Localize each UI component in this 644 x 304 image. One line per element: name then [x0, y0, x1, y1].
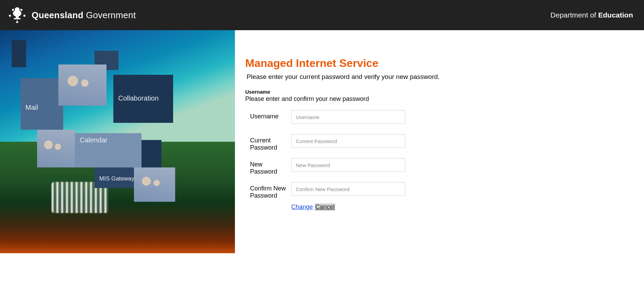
new-password-input[interactable] [291, 158, 405, 172]
cancel-button[interactable]: Cancel [315, 203, 335, 211]
label-username: Username [245, 110, 291, 120]
label-current-password: Current Password [245, 134, 291, 151]
brand-light: Government [86, 10, 136, 20]
change-button[interactable]: Change [291, 203, 313, 211]
tile-calendar-label: Calendar [75, 133, 142, 147]
tile-photo [37, 130, 75, 167]
brand-left: Queensland Government [8, 5, 136, 25]
page-title: Managed Internet Service [245, 57, 634, 70]
username-input[interactable] [291, 110, 405, 124]
current-password-input[interactable] [291, 134, 405, 148]
label-new-password: New Password [245, 158, 291, 175]
page-subtitle: Please enter your current password and v… [245, 73, 634, 81]
instruction-text: Please enter and confirm your new passwo… [245, 95, 634, 103]
row-confirm-new-password: Confirm New Password Change Cancel [245, 182, 634, 211]
department-post: Education [598, 11, 633, 19]
form-pane: Managed Internet Service Please enter yo… [235, 30, 644, 253]
department-pre: Department of [551, 11, 596, 19]
hero-image: Mail Collaboration Calendar MIS Gateway [0, 30, 235, 253]
tile-mail-label: Mail [21, 99, 63, 116]
row-username: Username [245, 110, 634, 134]
brand-text: Queensland Government [32, 10, 136, 21]
tile-photo [58, 65, 106, 106]
row-new-password: New Password [245, 158, 634, 182]
tile-photo [134, 167, 175, 202]
username-heading: Username [245, 89, 634, 95]
brand-bold: Queensland [32, 10, 83, 20]
confirm-new-password-input[interactable] [291, 182, 405, 196]
form-actions: Change Cancel [291, 203, 405, 211]
site-header: Queensland Government Department of Educ… [0, 0, 644, 30]
qld-crest-icon [8, 5, 27, 25]
row-current-password: Current Password [245, 134, 634, 158]
tile-collaboration-label: Collaboration [113, 91, 173, 105]
department-label: Department of Education [551, 11, 633, 19]
label-confirm-new-password: Confirm New Password [245, 182, 291, 199]
deco-tile [12, 40, 26, 67]
